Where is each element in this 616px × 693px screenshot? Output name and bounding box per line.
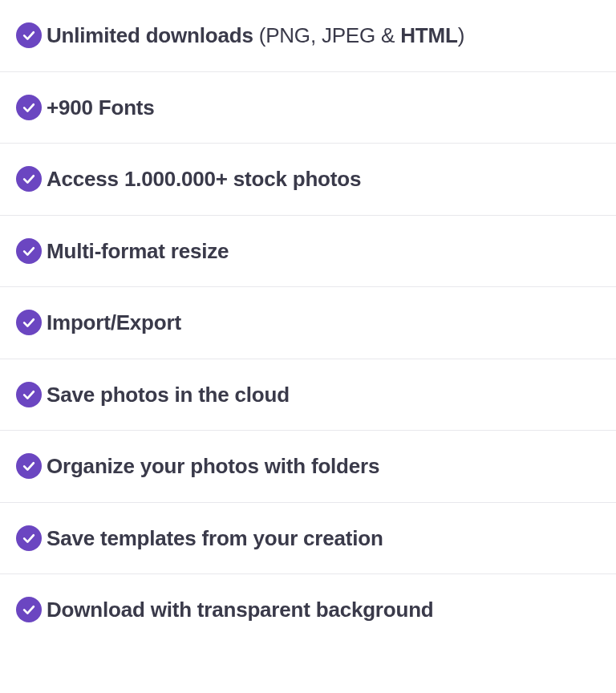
text-segment: Organize your photos with folders [47, 454, 379, 478]
text-segment: (PNG, JPEG & [253, 23, 401, 47]
text-segment: Multi-format resize [47, 239, 229, 263]
text-segment: Unlimited downloads [47, 23, 253, 47]
feature-text: Multi-format resize [47, 238, 229, 265]
feature-text: Download with transparent background [47, 597, 434, 623]
text-segment: Save photos in the cloud [47, 383, 290, 407]
feature-row: Save templates from your creation [0, 503, 616, 575]
check-icon [16, 525, 42, 551]
feature-text: Save photos in the cloud [47, 382, 290, 408]
feature-text: +900 Fonts [47, 95, 155, 121]
text-segment: +900 Fonts [47, 95, 155, 120]
feature-row: Import/Export [0, 287, 616, 359]
check-icon [16, 166, 42, 192]
feature-row: Save photos in the cloud [0, 359, 616, 432]
check-icon [16, 22, 42, 48]
text-segment: Download with transparent background [47, 598, 434, 622]
feature-row: Access 1.000.000+ stock photos [0, 144, 616, 216]
check-icon [16, 95, 42, 120]
feature-text: Save templates from your creation [47, 525, 383, 552]
feature-row: +900 Fonts [0, 72, 616, 144]
feature-row: Download with transparent background [0, 574, 616, 646]
text-segment: Save templates from your creation [47, 526, 383, 550]
feature-row: Unlimited downloads (PNG, JPEG & HTML) [0, 0, 616, 72]
text-segment: HTML [400, 23, 457, 47]
check-icon [16, 238, 42, 264]
check-icon [16, 453, 42, 479]
feature-text: Organize your photos with folders [47, 453, 379, 480]
text-segment: Access 1.000.000+ stock photos [47, 167, 361, 191]
feature-text: Import/Export [47, 310, 181, 336]
feature-row: Organize your photos with folders [0, 431, 616, 503]
text-segment: Import/Export [47, 310, 181, 334]
feature-text: Access 1.000.000+ stock photos [47, 166, 361, 192]
feature-row: Multi-format resize [0, 216, 616, 288]
text-segment: ) [458, 23, 464, 47]
check-icon [16, 382, 42, 407]
feature-list: Unlimited downloads (PNG, JPEG & HTML)+9… [0, 0, 616, 646]
check-icon [16, 310, 42, 335]
feature-text: Unlimited downloads (PNG, JPEG & HTML) [47, 22, 464, 49]
check-icon [16, 597, 42, 622]
